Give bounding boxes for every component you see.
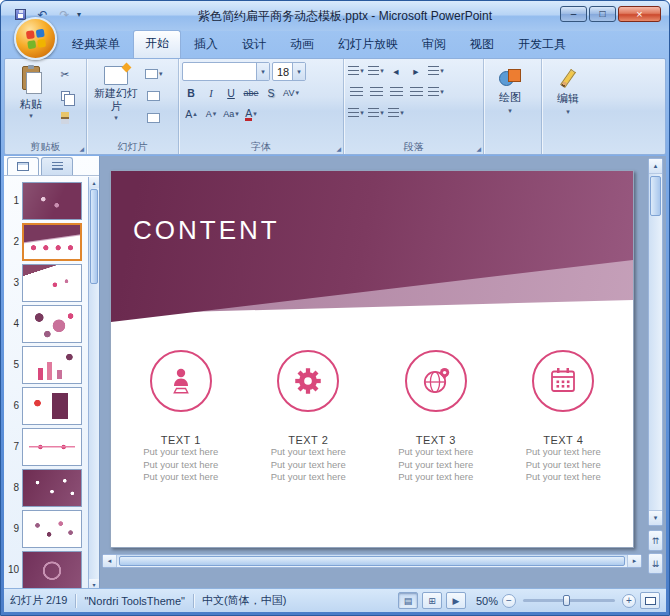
increase-indent-button[interactable]: ▸ xyxy=(407,62,425,80)
copy-button[interactable] xyxy=(56,87,74,105)
zoom-out-button[interactable]: − xyxy=(502,594,516,608)
tab-home[interactable]: 开始 xyxy=(133,30,181,58)
slide-thumbnail-7[interactable] xyxy=(22,428,82,466)
align-left-button[interactable] xyxy=(347,83,365,101)
convert-smartart-button[interactable]: ▾ xyxy=(387,104,405,122)
fit-to-window-button[interactable] xyxy=(640,592,660,609)
scroll-left-icon[interactable]: ◂ xyxy=(103,555,117,567)
text-shadow-button[interactable]: S xyxy=(262,84,280,102)
align-text-button[interactable]: ▾ xyxy=(367,104,385,122)
new-slide-button[interactable]: 新建幻灯片 ▾ xyxy=(90,62,142,138)
previous-slide-button[interactable]: ⇈ xyxy=(648,530,663,551)
panel-scrollbar[interactable]: ▴ ▾ xyxy=(88,177,99,590)
font-size-dropdown-icon[interactable]: ▾ xyxy=(292,63,305,80)
cut-button[interactable]: ✂ xyxy=(56,65,74,83)
font-size-combobox[interactable]: 18▾ xyxy=(272,62,306,81)
columns-button[interactable]: ▾ xyxy=(427,83,445,101)
scroll-right-icon[interactable]: ▸ xyxy=(627,555,641,567)
content-item-4[interactable]: TEXT 4 Put your text here Put your text … xyxy=(500,350,628,484)
panel-scroll-up-icon[interactable]: ▴ xyxy=(89,177,99,188)
slide-editor[interactable]: CONTENT TEXT 1 Put your text here Pu xyxy=(110,170,634,548)
change-case-button[interactable]: Aa▾ xyxy=(222,105,240,123)
shrink-font-button[interactable]: A▾ xyxy=(202,105,220,123)
vertical-scroll-thumb[interactable] xyxy=(650,176,661,216)
slide-title[interactable]: CONTENT xyxy=(133,215,280,246)
slide-thumbnail-5[interactable] xyxy=(22,346,82,384)
office-button[interactable] xyxy=(14,17,57,60)
close-button[interactable]: × xyxy=(618,6,661,22)
font-color-button[interactable]: A▾ xyxy=(242,105,260,123)
tab-outline[interactable] xyxy=(41,157,73,175)
slide-sorter-view-button[interactable]: ⊞ xyxy=(422,592,442,609)
next-slide-button[interactable]: ⇊ xyxy=(648,553,663,574)
horizontal-scroll-thumb[interactable] xyxy=(119,556,625,566)
line-spacing-button[interactable]: ▾ xyxy=(427,62,445,80)
slide-thumbnail-4[interactable] xyxy=(22,305,82,343)
character-spacing-button[interactable]: AV▾ xyxy=(282,84,300,102)
slide-thumbnail-2-selected[interactable] xyxy=(22,223,82,261)
zoom-level[interactable]: 50% xyxy=(476,595,498,607)
slideshow-view-button[interactable]: ▶ xyxy=(446,592,466,609)
delete-slide-button[interactable] xyxy=(144,109,164,127)
clipboard-dialog-launcher[interactable]: ◢ xyxy=(79,145,84,152)
reset-slide-button[interactable] xyxy=(144,87,164,105)
font-name-combobox[interactable]: ▾ xyxy=(182,62,270,81)
grow-font-button[interactable]: A▴ xyxy=(182,105,200,123)
text-direction-button[interactable]: ▾ xyxy=(347,104,365,122)
zoom-slider[interactable] xyxy=(523,599,615,602)
status-bar: 幻灯片 2/19 "Nordri ToolsTheme" 中文(简体，中国) ▤… xyxy=(4,588,666,612)
strikethrough-button[interactable]: abe xyxy=(242,84,260,102)
language-indicator[interactable]: 中文(简体，中国) xyxy=(202,593,286,608)
content-item-3[interactable]: TEXT 3 Put your text here Put your text … xyxy=(372,350,500,484)
vertical-scrollbar[interactable]: ▴ ▾ xyxy=(648,158,663,526)
numbering-button[interactable]: ▾ xyxy=(367,62,385,80)
tab-slides-thumbnails[interactable] xyxy=(7,157,39,175)
align-right-button[interactable] xyxy=(387,83,405,101)
normal-view-button[interactable]: ▤ xyxy=(398,592,418,609)
paste-button[interactable]: 粘贴 ▾ xyxy=(8,62,54,138)
font-dialog-launcher[interactable]: ◢ xyxy=(336,145,341,152)
tab-slideshow[interactable]: 幻灯片放映 xyxy=(327,32,409,58)
font-name-dropdown-icon[interactable]: ▾ xyxy=(256,63,269,80)
justify-icon xyxy=(410,87,423,97)
tab-insert[interactable]: 插入 xyxy=(183,32,229,58)
tab-developer[interactable]: 开发工具 xyxy=(507,32,577,58)
paragraph-dialog-launcher[interactable]: ◢ xyxy=(476,145,481,152)
minimize-button[interactable]: – xyxy=(560,6,587,22)
content-item-2[interactable]: TEXT 2 Put your text here Put your text … xyxy=(245,350,373,484)
tab-review[interactable]: 审阅 xyxy=(411,32,457,58)
bold-button[interactable]: B xyxy=(182,84,200,102)
tab-classic-menu[interactable]: 经典菜单 xyxy=(61,32,131,58)
slide-thumbnail-8[interactable] xyxy=(22,469,82,507)
redo-button[interactable]: ↷ xyxy=(55,6,74,24)
editing-button[interactable]: 编辑 ▾ xyxy=(545,62,591,136)
layout-button[interactable]: ▾ xyxy=(144,65,164,83)
scroll-up-icon[interactable]: ▴ xyxy=(649,159,662,174)
decrease-indent-button[interactable]: ◂ xyxy=(387,62,405,80)
format-painter-button[interactable] xyxy=(56,109,74,127)
scroll-down-icon[interactable]: ▾ xyxy=(649,510,662,525)
horizontal-scrollbar[interactable]: ◂ ▸ xyxy=(102,554,642,568)
tab-design[interactable]: 设计 xyxy=(231,32,277,58)
clipboard-group: 粘贴 ▾ ✂ 剪贴板 ◢ xyxy=(5,59,87,154)
drawing-button[interactable]: 绘图 ▾ xyxy=(487,62,533,136)
item-heading: TEXT 2 xyxy=(288,434,328,446)
slide-thumbnail-10[interactable] xyxy=(22,551,82,589)
content-item-1[interactable]: TEXT 1 Put your text here Put your text … xyxy=(117,350,245,484)
qat-dropdown-icon[interactable]: ▾ xyxy=(77,10,87,19)
slide-thumbnail-6[interactable] xyxy=(22,387,82,425)
slide-thumbnail-9[interactable] xyxy=(22,510,82,548)
align-center-button[interactable] xyxy=(367,83,385,101)
slide-thumbnail-1[interactable] xyxy=(22,182,82,220)
tab-view[interactable]: 视图 xyxy=(459,32,505,58)
zoom-slider-thumb[interactable] xyxy=(563,595,570,606)
zoom-in-button[interactable]: + xyxy=(622,594,636,608)
maximize-button[interactable]: □ xyxy=(589,6,616,22)
panel-scroll-thumb[interactable] xyxy=(90,189,98,284)
underline-button[interactable]: U xyxy=(222,84,240,102)
justify-button[interactable] xyxy=(407,83,425,101)
italic-button[interactable]: I xyxy=(202,84,220,102)
tab-animations[interactable]: 动画 xyxy=(279,32,325,58)
slide-thumbnail-3[interactable] xyxy=(22,264,82,302)
bullets-button[interactable]: ▾ xyxy=(347,62,365,80)
